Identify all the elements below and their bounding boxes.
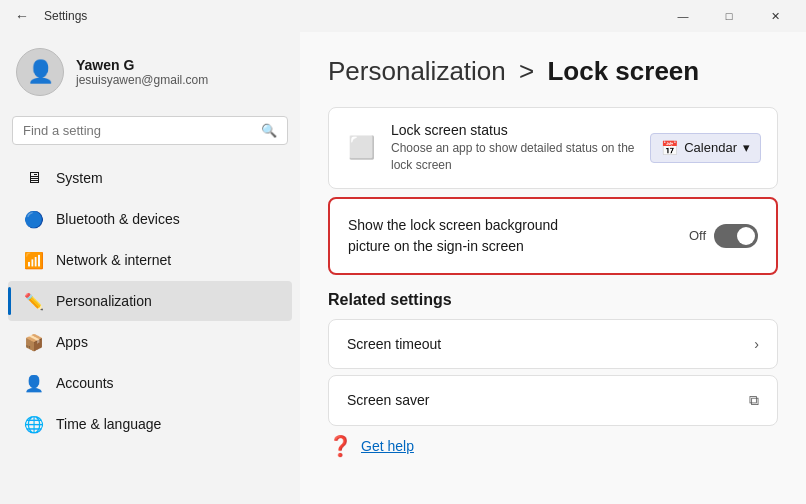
highlight-card: Show the lock screen background picture … <box>328 197 778 275</box>
screen-timeout-label: Screen timeout <box>347 336 441 352</box>
titlebar: ← Settings — □ ✕ <box>0 0 806 32</box>
highlight-card-text: Show the lock screen background picture … <box>348 215 558 257</box>
get-help-label: Get help <box>361 438 414 454</box>
sidebar-item-bluetooth[interactable]: 🔵 Bluetooth & devices <box>8 199 292 239</box>
sidebar-item-label: Bluetooth & devices <box>56 211 180 227</box>
sidebar-item-system[interactable]: 🖥 System <box>8 158 292 198</box>
calendar-dropdown[interactable]: 📅 Calendar ▾ <box>650 133 761 163</box>
lock-status-card: ⬜ Lock screen status Choose an app to sh… <box>328 107 778 189</box>
content-area: Personalization > Lock screen ⬜ Lock scr… <box>300 32 806 504</box>
breadcrumb-separator: > <box>519 56 534 86</box>
search-input[interactable] <box>23 123 253 138</box>
sidebar-item-label: Accounts <box>56 375 114 391</box>
related-settings-title: Related settings <box>328 291 778 309</box>
back-button[interactable]: ← <box>8 2 36 30</box>
user-name: Yawen G <box>76 57 208 73</box>
sidebar: 👤 Yawen G jesuisyawen@gmail.com 🔍 🖥 Syst… <box>0 32 300 504</box>
sidebar-item-accounts[interactable]: 👤 Accounts <box>8 363 292 403</box>
network-icon: 📶 <box>24 250 44 270</box>
breadcrumb-parent: Personalization <box>328 56 506 86</box>
lock-status-title: Lock screen status <box>391 122 636 138</box>
calendar-icon: 📅 <box>661 140 678 156</box>
chevron-down-icon: ▾ <box>743 140 750 155</box>
highlight-text-line1: Show the lock screen background <box>348 215 558 236</box>
external-link-icon: ⧉ <box>749 392 759 409</box>
get-help[interactable]: ❓ Get help <box>328 434 778 458</box>
background-toggle[interactable] <box>714 224 758 248</box>
screen-timeout-row[interactable]: Screen timeout › <box>328 319 778 369</box>
sidebar-item-label: Network & internet <box>56 252 171 268</box>
system-icon: 🖥 <box>24 168 44 188</box>
lock-screen-icon: ⬜ <box>345 132 377 164</box>
lock-status-desc: Choose an app to show detailed status on… <box>391 140 636 174</box>
user-profile[interactable]: 👤 Yawen G jesuisyawen@gmail.com <box>0 32 300 112</box>
page-title: Personalization > Lock screen <box>328 56 778 87</box>
toggle-label: Off <box>689 228 706 243</box>
time-icon: 🌐 <box>24 414 44 434</box>
avatar-icon: 👤 <box>27 59 54 85</box>
calendar-label: Calendar <box>684 140 737 155</box>
accounts-icon: 👤 <box>24 373 44 393</box>
nav-list: 🖥 System 🔵 Bluetooth & devices 📶 Network… <box>0 157 300 445</box>
close-button[interactable]: ✕ <box>752 0 798 32</box>
search-icon: 🔍 <box>261 123 277 138</box>
sidebar-item-label: Apps <box>56 334 88 350</box>
minimize-button[interactable]: — <box>660 0 706 32</box>
screen-saver-row[interactable]: Screen saver ⧉ <box>328 375 778 426</box>
help-icon: ❓ <box>328 434 353 458</box>
breadcrumb-current: Lock screen <box>547 56 699 86</box>
user-email: jesuisyawen@gmail.com <box>76 73 208 87</box>
toggle-container: Off <box>689 224 758 248</box>
app-title: Settings <box>44 9 652 23</box>
avatar: 👤 <box>16 48 64 96</box>
sidebar-item-network[interactable]: 📶 Network & internet <box>8 240 292 280</box>
search-box[interactable]: 🔍 <box>12 116 288 145</box>
app-body: 👤 Yawen G jesuisyawen@gmail.com 🔍 🖥 Syst… <box>0 32 806 504</box>
sidebar-item-personalization[interactable]: ✏️ Personalization <box>8 281 292 321</box>
apps-icon: 📦 <box>24 332 44 352</box>
sidebar-item-label: Personalization <box>56 293 152 309</box>
highlight-text-line2: picture on the sign-in screen <box>348 236 558 257</box>
lock-status-text: Lock screen status Choose an app to show… <box>391 122 636 174</box>
personalization-icon: ✏️ <box>24 291 44 311</box>
chevron-right-icon: › <box>754 336 759 352</box>
maximize-button[interactable]: □ <box>706 0 752 32</box>
window-controls: — □ ✕ <box>660 0 798 32</box>
sidebar-item-time[interactable]: 🌐 Time & language <box>8 404 292 444</box>
sidebar-item-label: System <box>56 170 103 186</box>
user-info: Yawen G jesuisyawen@gmail.com <box>76 57 208 87</box>
bluetooth-icon: 🔵 <box>24 209 44 229</box>
sidebar-item-apps[interactable]: 📦 Apps <box>8 322 292 362</box>
sidebar-item-label: Time & language <box>56 416 161 432</box>
screen-saver-label: Screen saver <box>347 392 429 408</box>
